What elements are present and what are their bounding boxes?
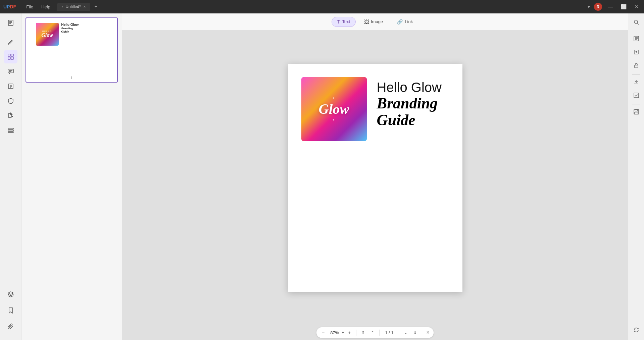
svg-rect-20 [8,128,13,129]
tab-label: Untitled* [65,4,81,9]
menu-file[interactable]: File [23,3,37,11]
sidebar-icon-forms[interactable] [4,80,17,93]
zoom-out-button[interactable]: − [319,329,327,337]
thumbnail-panel: HELLO Glow Hello Glow Branding Guide 1 [21,13,122,340]
svg-rect-6 [8,57,10,59]
zoom-level: 87% [329,330,341,335]
svg-rect-33 [635,112,638,114]
glow-sparkle-top: ✦ [332,97,336,100]
thumbnail-content: HELLO Glow Hello Glow Branding Guide [33,20,110,74]
close-button[interactable]: ✕ [633,4,641,9]
menu-help[interactable]: Help [38,3,54,11]
svg-line-22 [637,23,639,25]
right-icon-upload[interactable] [630,76,642,88]
glow-sparkle-bottom: ✦ [332,118,336,122]
image-label: Image [371,19,383,24]
right-divider-3 [632,104,640,104]
thumbnail-page-1[interactable]: HELLO Glow Hello Glow Branding Guide 1 [26,17,118,83]
tab-close-button[interactable]: × [84,5,86,9]
page-indicator: 1 / 1 [382,330,396,335]
right-sidebar [628,13,644,340]
bottom-bar: − 87% ▾ + ⇑ ⌃ 1 / 1 ⌄ ⇓ × [122,325,628,340]
minimize-button[interactable]: — [606,4,615,9]
sidebar-icon-tools[interactable] [4,124,17,137]
editor-toolbar: T Text 🖼 Image 🔗 Link [122,13,628,30]
right-icon-search[interactable] [630,16,642,28]
right-divider-2 [632,74,640,75]
logo-df: DF [10,4,16,9]
zoom-in-button[interactable]: + [345,329,353,337]
page-content: HELLO ✦ Glow ✦ Hello Glow Branding Guide [301,77,449,141]
page-current: 1 [385,330,387,335]
sidebar-icon-edit[interactable] [4,35,17,49]
sidebar-icon-organize[interactable] [4,50,17,63]
zoom-divider-4 [422,330,422,336]
right-icon-check[interactable] [630,89,642,101]
nav-last-button[interactable]: ⇓ [411,329,419,337]
page-text-area: Hello Glow Branding Guide [377,77,442,129]
thumbnail-branding: Branding [61,27,79,30]
text-icon: T [337,19,340,25]
thumbnail-text-area: Hello Glow Branding Guide [61,23,79,33]
sidebar-icon-security[interactable] [4,94,17,108]
page-total: 1 [391,330,393,335]
zoom-bar: − 87% ▾ + ⇑ ⌃ 1 / 1 ⌄ ⇓ × [316,327,434,338]
link-label: Link [405,19,413,24]
link-tool-button[interactable]: 🔗 Link [391,17,418,27]
right-icon-save[interactable] [630,106,642,118]
menu-bar: File Help [23,3,54,11]
svg-rect-7 [11,57,13,59]
close-zoom-button[interactable]: × [425,330,431,336]
editor-area: T Text 🖼 Image 🔗 Link HELLO ✦ [122,13,628,340]
app-logo: UPDF [3,4,16,9]
window-dropdown[interactable]: ▾ [588,4,590,9]
sidebar-icon-bookmarks[interactable] [4,304,17,317]
zoom-dropdown-button[interactable]: ▾ [342,330,344,335]
page-hello-glow-title: Hello Glow [377,80,442,95]
page-branding-text: Branding [377,95,442,112]
svg-rect-28 [635,65,638,68]
image-tool-button[interactable]: 🖼 Image [358,17,389,27]
maximize-button[interactable]: ⬜ [619,4,629,9]
nav-first-button[interactable]: ⇑ [359,329,367,337]
logo-up: UP [3,4,10,9]
right-icon-sync[interactable] [630,324,642,336]
tab-dot: • [62,5,63,9]
svg-rect-5 [11,54,13,56]
right-icon-stats[interactable] [630,33,642,45]
titlebar: UPDF File Help • Untitled* × + ▾ R — ⬜ ✕ [0,0,644,13]
svg-rect-18 [8,130,13,131]
sidebar-bottom [4,288,17,337]
canvas-area: HELLO ✦ Glow ✦ Hello Glow Branding Guide [122,30,628,325]
sidebar-divider-1 [6,33,16,33]
svg-rect-19 [8,132,13,133]
thumbnail-hello-glow: Hello Glow [61,23,79,27]
text-label: Text [342,19,350,24]
pdf-page: HELLO ✦ Glow ✦ Hello Glow Branding Guide [288,64,462,292]
zoom-divider-1 [356,330,356,336]
tab-area: • Untitled* × + [57,2,588,11]
sidebar-icon-convert[interactable] [4,109,17,123]
text-tool-button[interactable]: T Text [332,17,356,27]
new-tab-button[interactable]: + [92,2,99,11]
right-icon-export[interactable] [630,46,642,58]
sidebar-icon-comments[interactable] [4,65,17,78]
svg-rect-8 [8,69,13,73]
nav-next-button[interactable]: ⌄ [402,329,410,337]
sidebar-icon-pages[interactable] [4,16,17,30]
image-icon: 🖼 [364,19,369,25]
titlebar-right: ▾ R — ⬜ ✕ [588,3,641,11]
user-avatar[interactable]: R [594,3,602,11]
zoom-divider-3 [399,330,399,336]
sidebar-icon-attachments[interactable] [4,320,17,333]
glow-main-text: Glow [318,101,349,117]
zoom-divider-2 [379,330,380,336]
right-icon-lock[interactable] [630,59,642,71]
nav-prev-button[interactable]: ⌃ [368,329,377,337]
page-guide-text: Guide [377,112,442,129]
svg-point-21 [634,20,638,23]
svg-rect-4 [8,54,10,56]
svg-rect-0 [8,20,13,26]
sidebar-icon-layers[interactable] [4,288,17,301]
tab-untitled[interactable]: • Untitled* × [57,3,90,11]
